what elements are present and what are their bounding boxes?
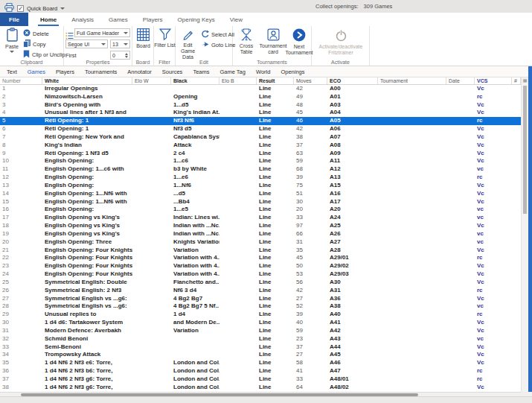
header-format-select[interactable]: Full Game Header bbox=[74, 28, 130, 37]
view-tab-game-tag[interactable]: Game Tag bbox=[214, 69, 250, 75]
table-row[interactable]: 361 d4 Nf6 2 Nf3 b6: Torre,London and Co… bbox=[0, 367, 521, 375]
table-row[interactable]: 14English Opening: 1...Nf6 with...d5Line… bbox=[0, 190, 521, 198]
filter-list-button[interactable]: Filter List bbox=[154, 28, 176, 48]
table-row[interactable]: 381 d4 Nf6 2 Nf3 g6: Torre,London and Co… bbox=[0, 384, 521, 392]
table-row[interactable]: 24English Opening: Four KnightsVariation… bbox=[0, 270, 521, 279]
view-tab-tournaments[interactable]: Tournaments bbox=[80, 69, 122, 75]
ribbon-tab-players[interactable]: Players bbox=[135, 13, 170, 26]
font-size-select[interactable]: 13 bbox=[110, 39, 130, 48]
vertical-scrollbar-thumb[interactable] bbox=[523, 86, 527, 214]
table-row[interactable]: 25Symmetrical English: DoubleFianchetto … bbox=[0, 279, 521, 287]
table-row[interactable]: 12English Opening:1...e6Line39A13rc bbox=[0, 174, 521, 182]
first-spinner-arrows-icon[interactable] bbox=[125, 53, 128, 58]
ribbon-tab-home[interactable]: Home bbox=[33, 13, 64, 26]
table-row[interactable]: 10English Opening:1...c6Line59A11Vc bbox=[0, 157, 521, 165]
table-row[interactable]: 9Réti Opening: 1 Nf3 d52 c4Line63A09Vc bbox=[0, 150, 521, 158]
cross-table-button[interactable]: Cross Table bbox=[234, 28, 258, 55]
table-row[interactable]: 29Unusual replies to1 d4Line39A40rc bbox=[0, 311, 521, 319]
ribbon-tab-games[interactable]: Games bbox=[101, 13, 135, 26]
column-options-icon[interactable]: ▦ bbox=[521, 77, 528, 85]
table-row[interactable]: 18English Opening vs King'sIndian with .… bbox=[0, 222, 521, 230]
column-header-vcs[interactable]: VCS bbox=[475, 77, 512, 84]
ribbon-tab-file[interactable]: File bbox=[0, 13, 28, 26]
edit-game-data-button[interactable]: Edit Game Data bbox=[176, 28, 199, 60]
paste-button[interactable]: Paste bbox=[2, 28, 22, 53]
view-tab-openings[interactable]: Openings bbox=[275, 69, 310, 75]
board-button[interactable]: Board bbox=[132, 28, 154, 49]
column-header-hash[interactable]: # bbox=[512, 77, 521, 84]
next-tournament-button[interactable]: Next Tournament bbox=[287, 28, 311, 56]
ribbon-group-edit: Edit Game Data Select All Goto Line Edit bbox=[176, 26, 233, 66]
table-row[interactable]: 15English Opening: 1...Nf6 with...Bb4Lin… bbox=[0, 198, 521, 206]
select-all-button[interactable]: Select All bbox=[201, 30, 234, 39]
view-tab-players[interactable]: Players bbox=[51, 69, 80, 75]
column-header-eco[interactable]: ECO bbox=[327, 77, 378, 84]
font-name-select[interactable]: Segoe UI bbox=[65, 39, 108, 48]
column-header-elo_b[interactable]: Elo B bbox=[219, 77, 257, 84]
column-header-n[interactable]: Number bbox=[0, 77, 42, 84]
ribbon-tab-opening-keys[interactable]: Opening Keys bbox=[170, 13, 222, 26]
column-header-moves[interactable]: Moves bbox=[294, 77, 327, 84]
delete-button[interactable]: Delete bbox=[23, 29, 49, 38]
table-row[interactable]: 22English Opening: Four KnightsVariation… bbox=[0, 254, 521, 262]
quick-board-checkbox[interactable]: ✓ bbox=[17, 5, 24, 12]
cell-n: 24 bbox=[0, 270, 42, 279]
view-tab-teams[interactable]: Teams bbox=[188, 69, 214, 75]
column-header-date[interactable]: Date bbox=[446, 77, 475, 84]
clip-or-unclip-button[interactable]: Clip or Unclip bbox=[23, 50, 65, 60]
table-row[interactable]: 21English Opening: Four KnightsVariation… bbox=[0, 247, 521, 255]
cell-result: Line bbox=[257, 133, 294, 142]
table-row[interactable]: 351 d4 Nf6 2 Nf3 e6: Torre,London and Co… bbox=[0, 359, 521, 367]
table-row[interactable]: 2Nimzowitsch-LarsenOpeningLine49A01rc bbox=[0, 93, 521, 101]
column-header-elo_w[interactable]: Elo W bbox=[132, 77, 171, 84]
table-row[interactable]: 34Trompowsky AttackLine27A45Vc bbox=[0, 351, 521, 359]
table-row[interactable]: 19English Opening vs King'sIndian with .… bbox=[0, 230, 521, 238]
column-header-tournament[interactable]: Tournament bbox=[378, 77, 446, 84]
table-row[interactable]: 371 d4 Nf6 2 Nf3 g6: Torre,London and Co… bbox=[0, 375, 521, 384]
table-row[interactable]: 3Bird's Opening with1...d5Line48A03Vc bbox=[0, 101, 521, 110]
table-row[interactable]: 6Réti Opening: 1Nf3 d5Line42A06Vc bbox=[0, 125, 521, 133]
ribbon-tab-analysis[interactable]: Analysis bbox=[64, 13, 101, 26]
cell-elo_w bbox=[132, 190, 171, 198]
tournament-card-button[interactable]: Tournament card bbox=[260, 28, 286, 55]
view-tab-text[interactable]: Text bbox=[1, 69, 22, 75]
view-tab-annotator[interactable]: Annotator bbox=[122, 69, 157, 75]
table-row[interactable]: 33Semi-BenoniLine37A44Vc bbox=[0, 343, 521, 352]
view-tab-world[interactable]: World bbox=[251, 69, 275, 75]
table-row[interactable]: 8King's IndianAttackLine37A08Vc bbox=[0, 142, 521, 150]
table-row[interactable]: 1Irregular OpeningsLine42A00Vc bbox=[0, 85, 521, 93]
first-spinner[interactable]: 0 bbox=[110, 51, 130, 60]
column-header-result[interactable]: Result bbox=[257, 77, 294, 84]
table-row[interactable]: 7Réti Opening: New York andCapablanca Sy… bbox=[0, 133, 521, 142]
cell-eco: A38 bbox=[327, 302, 378, 311]
table-row[interactable]: 11English Opening: 1...c6 withb3 by Whit… bbox=[0, 165, 521, 174]
table-row[interactable]: 16English Opening:1...e5Line20A20vc bbox=[0, 206, 521, 214]
copy-button[interactable]: Copy bbox=[23, 39, 46, 49]
table-row[interactable]: 31Modern Defence: AverbakhVariationLine5… bbox=[0, 327, 521, 335]
column-header-white[interactable]: White bbox=[42, 77, 132, 84]
cell-moves: 41 bbox=[294, 367, 327, 375]
cell-elo_w bbox=[132, 254, 171, 262]
cell-hash bbox=[512, 311, 521, 319]
column-header-black[interactable]: Black bbox=[171, 77, 219, 84]
table-row[interactable]: 23English Opening: Four KnightsVariation… bbox=[0, 262, 521, 270]
table-row[interactable]: 28Symmetrical English vs ...g6:4 Bg2 Bg7… bbox=[0, 302, 521, 311]
table-row[interactable]: 5Réti Opening: 1Nf3 Nf6Line46A05rc bbox=[0, 117, 521, 125]
ribbon-tab-view[interactable]: View bbox=[222, 13, 250, 26]
table-row[interactable]: 4Unusual lines after 1 Nf3 andKing's Ind… bbox=[0, 109, 521, 117]
table-row[interactable]: 26Symmetrical English: 2 Nf3Nf6 3 d4Line… bbox=[0, 287, 521, 295]
table-row[interactable]: 27Symmetrical English vs ...g6:4 Bg2 Bg7… bbox=[0, 295, 521, 303]
table-row[interactable]: 32Schmid BenoniLine23A43vc bbox=[0, 335, 521, 343]
view-tab-games[interactable]: Games bbox=[22, 69, 51, 75]
table-row[interactable]: 17English Opening vs King'sIndian: Lines… bbox=[0, 214, 521, 222]
goto-line-button[interactable]: Goto Line bbox=[201, 40, 236, 49]
vertical-scrollbar[interactable] bbox=[521, 85, 528, 392]
quick-access-dropdown-icon[interactable] bbox=[60, 7, 65, 10]
cell-date bbox=[446, 367, 475, 375]
table-row[interactable]: 20English Opening: ThreeKnights Variatio… bbox=[0, 238, 521, 247]
cell-result: Line bbox=[257, 198, 294, 206]
table-row[interactable]: 13English Opening:1...Nf6Line75A15Vc bbox=[0, 182, 521, 190]
activate-fritztrainer-button[interactable]: Activate/deactivate Fritztrainer bbox=[315, 28, 367, 56]
table-row[interactable]: 301 d4 d6: Tartakower Systemand Modern D… bbox=[0, 319, 521, 327]
view-tab-sources[interactable]: Sources bbox=[157, 69, 188, 75]
